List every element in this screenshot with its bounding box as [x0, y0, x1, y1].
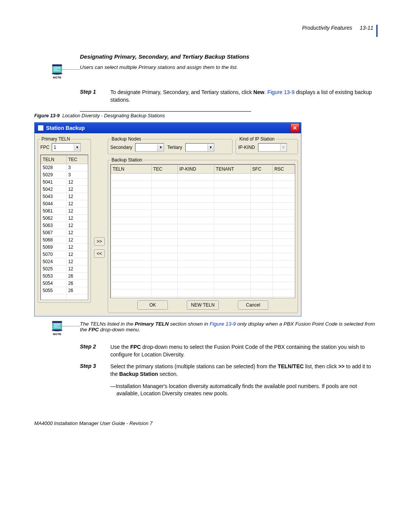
table-row[interactable]: 504412 — [41, 200, 88, 208]
step-3-label: Step 3 — [80, 363, 110, 378]
chevron-down-icon: ▼ — [157, 144, 164, 151]
table-row[interactable] — [111, 195, 295, 203]
note-label: NOTE — [34, 76, 80, 79]
table-row[interactable]: 50293 — [41, 171, 88, 179]
table-row[interactable]: 502512 — [41, 265, 88, 273]
backup-nodes-group: Backup Nodes Secondary ▼ Tertiary ▼ — [108, 136, 233, 154]
step-1: Step 1 To designate Primary, Secondary, … — [80, 89, 377, 104]
table-row[interactable] — [111, 181, 295, 188]
table-row[interactable] — [111, 210, 295, 217]
backup-station-table[interactable]: TELNTECIP-KINDTENANTSFCRSC — [110, 164, 295, 298]
table-row[interactable]: 507012 — [41, 251, 88, 258]
chevron-down-icon: ▼ — [280, 144, 287, 151]
backup-nodes-legend: Backup Nodes — [110, 136, 142, 142]
primary-teln-table[interactable]: TELNTEC 50283502935041125042125043125044… — [40, 155, 88, 300]
table-header[interactable]: RSC — [272, 165, 295, 174]
step-3: Step 3 Select the primary stations (mult… — [80, 363, 377, 378]
table-row[interactable]: 504312 — [41, 193, 88, 200]
sub-bullet: —Installation Manager's location diversi… — [110, 383, 377, 398]
note-line — [57, 69, 80, 70]
add-button[interactable]: >> — [94, 237, 105, 246]
primary-teln-legend: Primary TELN — [40, 136, 71, 142]
chevron-down-icon: ▼ — [207, 144, 214, 151]
fpc-label: FPC — [40, 145, 49, 150]
note-2-text: The TELNs listed in the Primary TELN sec… — [80, 320, 377, 332]
cancel-button[interactable]: Cancel — [238, 300, 268, 310]
table-row[interactable]: 504212 — [41, 186, 88, 193]
table-row[interactable] — [111, 224, 295, 232]
table-row[interactable] — [111, 268, 295, 275]
tertiary-label: Tertiary — [167, 145, 182, 150]
figure-link[interactable]: Figure 13-9 — [210, 321, 236, 327]
step-2-label: Step 2 — [80, 343, 110, 358]
primary-teln-group: Primary TELN FPC 1 ▼ TELNTEC 50283502935… — [38, 136, 91, 303]
table-row[interactable]: 505526 — [41, 287, 88, 294]
step-2: Step 2 Use the FPC drop-down menu to sel… — [80, 343, 377, 358]
table-row[interactable]: 50283 — [41, 164, 88, 171]
table-row[interactable]: 506112 — [41, 208, 88, 215]
header-section: Productivity Features — [302, 25, 352, 31]
table-header[interactable]: TELN — [41, 155, 67, 164]
table-row[interactable]: 506812 — [41, 236, 88, 244]
secondary-label: Secondary — [110, 145, 132, 150]
new-teln-button[interactable]: NEW TELN — [187, 300, 219, 310]
fpc-select[interactable]: 1 ▼ — [52, 143, 81, 152]
step-2-text: Use the FPC drop-down menu to select the… — [110, 343, 377, 358]
table-row[interactable] — [111, 275, 295, 282]
table-row[interactable] — [111, 246, 295, 253]
note-label: NOTE — [34, 332, 80, 336]
table-row[interactable]: 505326 — [41, 273, 88, 280]
table-row[interactable]: 506212 — [41, 215, 88, 222]
ok-button[interactable]: OK — [137, 300, 168, 310]
table-row[interactable] — [111, 282, 295, 289]
table-row[interactable]: 504112 — [41, 179, 88, 186]
note-line — [57, 326, 80, 326]
table-row[interactable] — [41, 294, 88, 300]
table-row[interactable] — [111, 260, 295, 268]
svg-rect-9 — [52, 321, 62, 323]
table-row[interactable] — [111, 239, 295, 246]
tertiary-select[interactable]: ▼ — [185, 143, 214, 152]
figure-link[interactable]: Figure 13-9 — [267, 89, 295, 95]
table-header[interactable]: TEC — [67, 155, 88, 164]
step-3-text: Select the primary stations (multiple st… — [110, 363, 377, 378]
backup-station-group: Backup Station TELNTECIP-KINDTENANTSFCRS… — [108, 157, 298, 313]
table-row[interactable]: 506912 — [41, 244, 88, 251]
close-button[interactable]: ✕ — [290, 123, 299, 133]
station-backup-dialog: Station Backup ✕ Primary TELN FPC 1 ▼ — [34, 122, 301, 316]
table-row[interactable] — [111, 232, 295, 239]
kind-ip-legend: Kind of IP Station — [238, 136, 276, 142]
kind-ip-group: Kind of IP Station IP-KIND ▼ — [236, 136, 298, 154]
table-header[interactable]: IP-KIND — [178, 165, 214, 174]
step-1-text: To designate Primary, Secondary, and Ter… — [110, 89, 377, 104]
remove-button[interactable]: << — [94, 249, 105, 258]
table-row[interactable] — [111, 188, 295, 195]
table-header[interactable]: TENANT — [214, 165, 251, 174]
section-title: Designating Primary, Secondary, and Tert… — [80, 53, 377, 60]
note-icon-wrap: NOTE — [34, 320, 80, 336]
table-row[interactable]: 502412 — [41, 258, 88, 265]
table-header[interactable]: TEC — [151, 165, 178, 174]
figure-rule — [80, 111, 251, 112]
ipkind-label: IP-KIND — [238, 145, 255, 150]
table-row[interactable]: 505426 — [41, 280, 88, 287]
table-row[interactable] — [111, 253, 295, 260]
page-footer: MA4000 Installation Manager User Guide -… — [34, 420, 377, 426]
header-page-num: 13-11 — [360, 25, 373, 31]
ipkind-select: ▼ — [258, 143, 287, 152]
table-row[interactable]: 506712 — [41, 229, 88, 236]
chevron-down-icon: ▼ — [74, 144, 80, 151]
table-header[interactable]: TELN — [111, 165, 151, 174]
dialog-titlebar: Station Backup ✕ — [35, 123, 301, 133]
svg-rect-2 — [52, 64, 62, 66]
table-row[interactable] — [111, 217, 295, 224]
table-header[interactable]: SFC — [250, 165, 272, 174]
note-1-text: Users can select multiple Primary statio… — [80, 64, 377, 70]
figure-caption: Figure 13-9 Location Diversity - Designa… — [34, 113, 377, 118]
table-row[interactable] — [111, 174, 295, 181]
secondary-select[interactable]: ▼ — [135, 143, 164, 152]
table-row[interactable] — [111, 203, 295, 210]
table-row[interactable] — [111, 289, 295, 297]
table-row[interactable]: 506312 — [41, 222, 88, 229]
step-1-label: Step 1 — [80, 89, 110, 104]
